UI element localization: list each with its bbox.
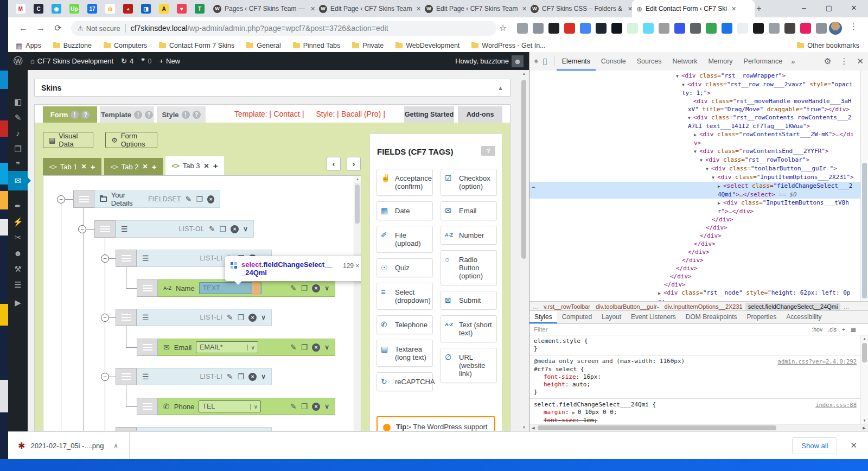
devtools-close-icon[interactable]: ✕ bbox=[852, 56, 868, 66]
scrollbar-thumb[interactable] bbox=[862, 343, 867, 362]
scrollbar-thumb[interactable] bbox=[355, 184, 360, 224]
devtools-tab-elements[interactable]: Elements bbox=[557, 53, 596, 71]
security-chip[interactable]: Not secure bbox=[86, 24, 120, 33]
chevron-down-icon[interactable]: ∨ bbox=[261, 373, 266, 380]
devtools-settings-icon[interactable]: ⚙ bbox=[820, 56, 835, 66]
form-tab-3[interactable]: <>Tab 3✕+ bbox=[165, 156, 224, 175]
delete-icon[interactable]: ✕ bbox=[248, 373, 257, 381]
dom-tree-line[interactable]: ▼<div class="rst__rowToolbar"> bbox=[529, 156, 861, 164]
extension-icon[interactable] bbox=[611, 23, 622, 34]
form-field-row[interactable]: ✉EmailEMAIL*∨✎❐✕∨ bbox=[137, 339, 335, 356]
collapse-node-button[interactable]: − bbox=[57, 195, 65, 203]
delete-icon[interactable]: ✕ bbox=[248, 314, 257, 322]
collapse-node-button[interactable]: − bbox=[101, 254, 109, 263]
dom-tree-line[interactable]: </div> bbox=[529, 248, 861, 256]
alert-badge[interactable]: ! bbox=[71, 111, 79, 119]
breadcrumb-item[interactable]: … bbox=[840, 303, 852, 310]
copy-icon[interactable]: ❐ bbox=[238, 372, 245, 381]
extension-icon[interactable] bbox=[533, 23, 544, 34]
dom-tree-line[interactable]: <div class="rst__moveHandle moveHandle__… bbox=[529, 97, 861, 113]
extension-icon[interactable] bbox=[643, 23, 654, 34]
styles-tab-computed[interactable]: Computed bbox=[557, 311, 597, 323]
tab-style[interactable]: Style ! ? bbox=[157, 106, 206, 123]
tab-getting-started[interactable]: Getting Started bbox=[404, 106, 454, 123]
sidebar-item-appearance[interactable]: ✒ bbox=[8, 198, 28, 214]
drag-handle[interactable] bbox=[116, 309, 137, 326]
tree-scrollbar[interactable]: ▲ bbox=[354, 176, 361, 431]
field-button[interactable]: ▤Textarea (long text) bbox=[376, 340, 433, 367]
cls-toggle[interactable]: .cls bbox=[828, 326, 837, 333]
pinned-tab-calendar-17[interactable]: 17 bbox=[87, 4, 97, 14]
scrollbar-thumb[interactable] bbox=[538, 425, 776, 430]
extension-icon[interactable] bbox=[784, 23, 795, 34]
device-toolbar-icon[interactable]: ▯ bbox=[542, 56, 551, 66]
field-button[interactable]: ∅URL (website link) bbox=[441, 348, 497, 383]
browser-menu-icon[interactable]: ⋮ bbox=[850, 22, 858, 31]
field-button[interactable]: ≡Select (dropdown) bbox=[376, 283, 433, 310]
styles-pane[interactable]: element.style {}@media only screen and (… bbox=[529, 335, 861, 424]
dom-tree-line[interactable]: ▼<div class="rst__rowWrapper"> bbox=[529, 72, 861, 80]
css-property[interactable]: margin: ▶ 0 10px 0 0; bbox=[534, 409, 857, 417]
collapse-toggle-icon[interactable]: ▲ bbox=[497, 85, 503, 91]
close-button[interactable]: ✕ bbox=[842, 0, 866, 16]
drag-handle[interactable] bbox=[137, 279, 158, 297]
sidebar-item-contact[interactable]: ✉ bbox=[8, 171, 28, 190]
styles-tab-styles[interactable]: Styles bbox=[529, 311, 557, 323]
dom-tree-line[interactable]: ▼<div class="InputItemOptions___2X231"> bbox=[529, 173, 861, 182]
more-tabs-icon[interactable]: » bbox=[788, 58, 798, 66]
add-tab-icon[interactable]: + bbox=[152, 162, 157, 171]
sidebar-item-tools[interactable]: ⚒ bbox=[8, 261, 28, 277]
scroll-up-icon[interactable]: ▲ bbox=[861, 335, 868, 342]
pinned-tab-pie-app[interactable]: ◕ bbox=[123, 4, 133, 14]
bookmark-folder[interactable]: Buzztone bbox=[53, 42, 92, 49]
panel-icon[interactable]: ▦ bbox=[851, 326, 856, 333]
browser-tab[interactable]: ⊕Edit Contact Form ‹ CF7 Skins✕ bbox=[632, 0, 755, 17]
pinned-tab-docs-app[interactable]: ◨ bbox=[141, 4, 151, 14]
delete-icon[interactable]: ✕ bbox=[231, 225, 239, 233]
copy-icon[interactable]: ❐ bbox=[220, 225, 227, 233]
edit-icon[interactable]: ✎ bbox=[186, 195, 192, 203]
drag-handle[interactable] bbox=[116, 368, 137, 385]
skins-metabox-header[interactable]: Skins ▲ bbox=[34, 79, 510, 97]
extension-icon[interactable] bbox=[517, 23, 528, 34]
form-tab-2[interactable]: <>Tab 2✕+ bbox=[104, 158, 163, 175]
dom-tree-line[interactable]: ▼<div class="rowContentsEnd___2YYFR"> bbox=[529, 147, 861, 156]
edit-icon[interactable]: ✎ bbox=[209, 225, 215, 233]
css-property[interactable]: font-size: 1em; bbox=[534, 417, 857, 424]
filter-input[interactable]: Filter bbox=[529, 326, 548, 333]
field-type-select[interactable]: EMAIL*∨ bbox=[196, 341, 258, 353]
field-button[interactable]: ✌Acceptance (confirm) bbox=[376, 169, 433, 196]
delete-icon[interactable]: ✕ bbox=[207, 195, 214, 203]
fields-help-button[interactable]: ? bbox=[481, 146, 495, 156]
wp-site-link[interactable]: ⌂ CF7 Skins Development bbox=[30, 57, 113, 65]
dom-tree-line[interactable]: </div> bbox=[529, 281, 861, 289]
breadcrumb-item[interactable]: v.rst__rowToolbar bbox=[541, 303, 593, 310]
field-button[interactable]: ⊠Submit bbox=[441, 291, 497, 310]
extension-icon[interactable] bbox=[706, 23, 717, 34]
wp-new-button[interactable]: + New bbox=[159, 57, 180, 65]
form-tab-1[interactable]: <>Tab 1✕+ bbox=[43, 158, 101, 175]
breadcrumb-item[interactable]: select.fieldChangeSelect__24Qmi bbox=[745, 303, 841, 310]
tab-close-icon[interactable]: ✕ bbox=[731, 5, 736, 12]
extension-icon[interactable] bbox=[659, 23, 669, 34]
field-type-select[interactable]: TEL∨ bbox=[199, 400, 261, 412]
bookmark-star-icon[interactable]: ☆ bbox=[499, 23, 507, 33]
prev-tab-button[interactable]: ‹ bbox=[327, 157, 341, 171]
maximize-button[interactable]: ▢ bbox=[817, 0, 841, 16]
scroll-down-icon[interactable]: ▼ bbox=[861, 417, 868, 424]
browser-tab[interactable]: WEdit Page ‹ CF7 Skins Team —✕ bbox=[315, 0, 428, 17]
scrollbar-thumb[interactable] bbox=[862, 163, 867, 298]
elements-scrollbar[interactable] bbox=[860, 71, 868, 301]
copy-icon[interactable]: ❐ bbox=[301, 284, 308, 292]
copy-icon[interactable]: ❐ bbox=[196, 195, 203, 203]
bookmark-folder[interactable]: General bbox=[246, 42, 280, 49]
chevron-down-icon[interactable]: ∨ bbox=[324, 343, 329, 351]
wp-account-menu[interactable]: Howdy, buzztone ☻ bbox=[455, 55, 529, 67]
sidebar-item-snippets[interactable]: ✂ bbox=[8, 230, 28, 245]
tab-form[interactable]: Form ! ? bbox=[43, 106, 97, 123]
alert-badge[interactable]: ! bbox=[182, 111, 190, 119]
bookmark-folder[interactable]: WebDevelopment bbox=[395, 42, 459, 49]
scroll-right-icon[interactable]: ▶ bbox=[860, 424, 868, 431]
sidebar-item-media[interactable]: ♪ bbox=[8, 125, 28, 141]
dom-tree-line[interactable]: ▶<select class="fieldChangeSelect___24Qm… bbox=[529, 182, 861, 199]
